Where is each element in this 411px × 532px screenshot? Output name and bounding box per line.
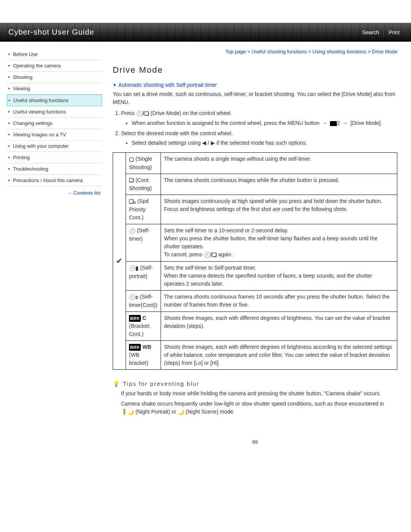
spd-priority-icon: ❏ₛ — [129, 198, 136, 206]
brk-badge-icon: BRK — [129, 344, 141, 351]
sidebar-item-useful-viewing[interactable]: Useful viewing functions — [7, 106, 102, 118]
sidebar-item-changing-settings[interactable]: Changing settings — [7, 118, 102, 129]
breadcrumb-top[interactable]: Top page — [226, 49, 246, 54]
mode-label: (WB bracket) — [129, 352, 148, 366]
tips-title: 💡 Tips for preventing blur — [113, 380, 397, 387]
sidebar: Before Use Operating the camera Shooting… — [7, 49, 102, 445]
mode-bracket: BRK C (Bracket: Cont.) — [126, 312, 161, 340]
tips-title-text: Tips for preventing blur — [123, 380, 199, 387]
breadcrumb-l3[interactable]: Drive Mode — [372, 49, 397, 54]
sidebar-item-operating[interactable]: Operating the camera — [7, 60, 102, 72]
sidebar-item-precautions[interactable]: Precautions / About this camera — [7, 175, 102, 186]
tips-section: 💡 Tips for preventing blur If your hands… — [113, 380, 397, 416]
mode-label: (Bracket: Cont.) — [129, 323, 150, 337]
tips-p1: If your hands or body move while holding… — [121, 390, 397, 398]
night-scene-icon: 🌙 — [178, 408, 184, 416]
timer-burst-icon: 🕘/❏ — [136, 110, 149, 118]
step-2: Select the desired mode with the control… — [121, 129, 397, 147]
right-arrow-icon: ▶ — [211, 140, 215, 146]
tips-bulb-icon: 💡 — [113, 380, 121, 387]
arrow-icon: → — [67, 190, 72, 196]
desc-selfportrait: Sets the self-timer to Self-portrait tim… — [161, 261, 397, 290]
step2-text: Select the desired mode with the control… — [121, 130, 233, 136]
camera-icon — [330, 121, 337, 126]
page-number: 89 — [113, 439, 397, 445]
single-shot-icon: ▢ — [129, 155, 134, 163]
sidebar-item-troubleshooting[interactable]: Troubleshooting — [7, 163, 102, 175]
contents-list-label: Contents list — [73, 190, 100, 196]
step1-text-b: (Drive Mode) on the control wheel. — [150, 110, 232, 116]
desc-line: Sets the self-timer to Self-portrait tim… — [164, 265, 256, 271]
check-icon: ✔ — [116, 257, 123, 265]
tips-p2-a: Camera shake occurs frequently under low… — [121, 401, 384, 407]
self-timer-cont-icon: 🕘c — [129, 293, 139, 301]
intro-text: You can set a drive mode, such as contin… — [113, 90, 397, 106]
main-content: Top page > Useful shooting functions > U… — [113, 49, 404, 445]
desc-cont: The camera shoots continuous images whil… — [161, 174, 397, 195]
sublink-label: Automatic shooting with Self-portrait ti… — [118, 82, 217, 88]
sidebar-item-before-use[interactable]: Before Use — [7, 49, 102, 60]
self-timer-icon: 🕘 — [129, 227, 135, 235]
desc-selftimercont: The camera shoots continuous frames 10 s… — [161, 290, 397, 312]
step2-bullet: Select detailed settings using ◀ / ▶ if … — [132, 139, 397, 147]
mode-cont: ❏ (Cont. Shooting) — [126, 174, 161, 195]
mode-single: ▢ (Single Shooting) — [126, 152, 161, 174]
sidebar-item-shooting[interactable]: Shooting — [7, 72, 102, 83]
drive-mode-table: ✔ ▢ (Single Shooting) The camera shoots … — [113, 152, 397, 370]
step1-bullet-b: [Drive Mode]. — [350, 120, 382, 126]
page-title: Drive Mode — [113, 65, 397, 75]
step1-bullet-a: When another function is assigned to the… — [132, 120, 321, 126]
desc-single: The camera shoots a single image without… — [161, 152, 397, 174]
steps-list: Press 🕘/❏ (Drive Mode) on the control wh… — [121, 109, 397, 147]
sublink-self-portrait[interactable]: ▼ Automatic shooting with Self-portrait … — [113, 82, 397, 88]
mode-selftimercont: 🕘c (Self-timer(Cont)) — [126, 290, 161, 312]
check-cell: ✔ — [113, 152, 126, 369]
desc-selftimer: Sets the self-timer to a 10-second or 2-… — [161, 224, 397, 262]
breadcrumb-l1[interactable]: Useful shooting functions — [252, 49, 307, 54]
contents-list-link[interactable]: →Contents list — [7, 186, 102, 200]
step2-bullet-b: if the selected mode has such options. — [217, 140, 307, 146]
desc-line: When you press the shutter button, the s… — [164, 235, 378, 249]
tips-p2-c: (Night Scene) mode. — [186, 409, 234, 415]
header-bar: Cyber-shot User Guide Search Print — [0, 23, 411, 42]
mode-selfportrait: 🕘▮ (Self-portrait) — [126, 261, 161, 290]
desc-line: Sets the self-timer to a 10-second or 2-… — [164, 227, 288, 233]
arrow-right-icon: → — [322, 119, 327, 127]
mode-wbbracket: BRK WB (WB bracket) — [126, 340, 161, 369]
step1-text-a: Press — [121, 110, 136, 116]
header-title: Cyber-shot User Guide — [8, 28, 94, 37]
sidebar-item-computer[interactable]: Using with your computer — [7, 141, 102, 152]
desc-wbbracket: Shoots three images, each with different… — [161, 340, 397, 369]
breadcrumb: Top page > Useful shooting functions > U… — [113, 49, 397, 54]
timer-burst-icon: 🕘/❏ — [204, 251, 217, 259]
print-button[interactable]: Print — [384, 28, 404, 37]
search-button[interactable]: Search — [358, 28, 384, 37]
header-buttons: Search Print — [358, 28, 404, 37]
desc-line: To cancel, press — [164, 251, 204, 257]
desc-line: again. — [218, 251, 233, 257]
step2-bullet-a: Select detailed settings using — [132, 140, 202, 146]
desc-spd: Shoots images continuously at high speed… — [161, 195, 397, 224]
sidebar-item-viewing[interactable]: Viewing — [7, 83, 102, 94]
desc-bracket: Shoots three images, each with different… — [161, 312, 397, 340]
sidebar-item-printing[interactable]: Printing — [7, 152, 102, 163]
sidebar-item-viewing-tv[interactable]: Viewing images on a TV — [7, 129, 102, 141]
left-arrow-icon: ◀ — [202, 140, 206, 146]
cont-shot-icon: ❏ — [129, 176, 134, 184]
night-portrait-icon: 🧍🌙 — [121, 408, 134, 416]
step1-bullet: When another function is assigned to the… — [132, 119, 397, 127]
self-portrait-icon: 🕘▮ — [129, 264, 139, 272]
sidebar-item-useful-shooting[interactable]: Useful shooting functions — [7, 94, 102, 106]
breadcrumb-l2[interactable]: Using shooting functions — [312, 49, 366, 54]
mode-selftimer: 🕘 (Self-timer) — [126, 224, 161, 262]
mode-spd: ❏ₛ (Spd Priority Cont.) — [126, 195, 161, 224]
arrow-right-icon: → — [342, 119, 348, 127]
triangle-down-icon: ▼ — [113, 83, 117, 87]
tips-p2: Camera shake occurs frequently under low… — [121, 400, 397, 416]
tips-p2-b: (Night Portrait) or — [135, 409, 178, 415]
desc-line: When the camera detects the specified nu… — [164, 273, 372, 287]
step-1: Press 🕘/❏ (Drive Mode) on the control wh… — [121, 109, 397, 127]
brk-badge-icon: BRK — [129, 315, 141, 322]
